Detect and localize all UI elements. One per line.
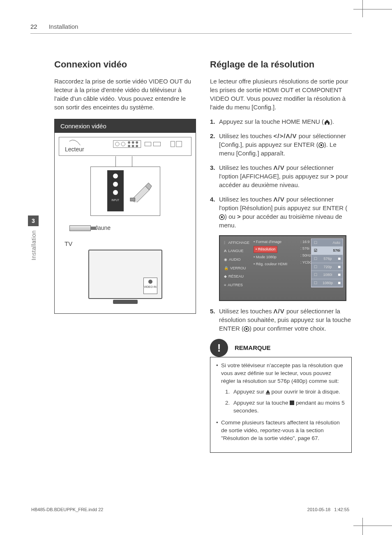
note-title: REMARQUE [231, 342, 275, 354]
tv-area: TV VIDEO IN [59, 239, 191, 309]
alert-icon: ! [210, 339, 228, 357]
figure-body: Lecteur INPUT Jaune [55, 133, 196, 314]
osd-menu-reseau: ◆RÉSEAU [222, 272, 251, 281]
note-b1-text: Si votre téléviseur n'accepte pas la rés… [221, 362, 343, 384]
side-chapter-tab: 3 Installation [28, 215, 41, 260]
osd-menu-audio: ◉AUDIO [222, 255, 251, 264]
player-label: Lecteur [65, 146, 84, 154]
page: 22 Installation 3 Installation Connexion… [0, 22, 362, 519]
paragraph-reglage-intro: Le lecteur offre plusieurs résolutions d… [210, 77, 352, 111]
step-2-text-a: Utilisez les touches [219, 132, 274, 139]
osd-opt-576p: ☐576p▅ [311, 255, 343, 263]
step-5-text-a: Utilisez les touches [219, 308, 274, 315]
enter-icon [219, 214, 225, 220]
step-5-text-c: ) pour confirmer votre choix. [249, 325, 326, 332]
osd-opt-auto: ☐Auto [311, 239, 343, 247]
step-2: Utilisez les touches </>/Λ/V pour sélect… [210, 132, 352, 157]
arrow-keys-icon: </>/Λ/V [274, 132, 297, 139]
svg-rect-14 [130, 198, 135, 201]
arrow-keys-icon: Λ/V [274, 164, 285, 171]
osd-screenshot: AFFICHAGE ALANGUE ◉AUDIO 🔒VERROU ◆RÉSEAU… [219, 235, 346, 301]
osd-item-resolution-selected: • Résolution [254, 246, 277, 253]
note-bullet-1: Si votre téléviseur n'accepte pas la rés… [216, 362, 346, 415]
osd-menu-verrou: 🔒VERROU [222, 264, 251, 273]
step-4-text-c: ) ou [225, 213, 237, 220]
player-illustration: Lecteur [59, 137, 191, 156]
chapter-number-badge: 3 [28, 215, 39, 226]
tv-label: TV [65, 239, 191, 248]
right-column: Réglage de la résolution Le lecteur offr… [210, 58, 352, 453]
step-3-text-a: Utilisez les touches [219, 164, 274, 171]
osd-settings-mid: • Format d'image • Résolution • Mode 108… [254, 239, 299, 267]
osd-item-mode1080: Mode 1080p [256, 255, 277, 259]
arrow-keys-icon: Λ/V [274, 196, 285, 203]
port-block: INPUT [107, 170, 124, 211]
osd-menu-langue: ALANGUE [222, 247, 251, 255]
step-5: Utilisez les touches Λ/V pour sélectionn… [210, 307, 352, 333]
heading-reglage-resolution: Réglage de la résolution [210, 58, 352, 71]
osd-opt-1080i: ☐1080i▅ [311, 271, 343, 279]
osd-menu-autres: ≡AUTRES [222, 281, 251, 290]
step-1: Appuyez sur la touche HOME MENU (). [210, 117, 352, 126]
video-in-port: VIDEO IN [143, 278, 157, 294]
note-inner-2: Appuyez sur la touche pendant au moins 5… [225, 399, 346, 415]
footer-file: HB485-DB.BDEUPPK_FRE.indd 22 [31, 507, 103, 513]
svg-point-16 [320, 144, 322, 146]
cable-color-label: Jaune [95, 224, 111, 232]
ports-callout: INPUT [90, 167, 160, 216]
header-section: Installation [49, 22, 78, 31]
step-4: Utilisez les touches Λ/V pour sélectionn… [210, 195, 352, 229]
svg-point-8 [132, 145, 134, 147]
osd-item-hdmicolor: Rég. couleur HDMI [256, 262, 288, 266]
note-bullet-2: Comme plusieurs facteurs affectent la ré… [216, 419, 346, 442]
svg-point-4 [128, 141, 130, 144]
osd-opt-576i: ☑576i [311, 247, 343, 255]
step-4-text-a: Utilisez les touches [219, 196, 274, 203]
figure-title: Connexion vidéo [55, 119, 196, 133]
eject-icon [266, 390, 270, 393]
chevron-right-icon: > [330, 173, 334, 180]
step-1-text-a: Appuyez sur la touche HOME MENU ( [219, 118, 324, 125]
chapter-side-label: Installation [30, 230, 38, 260]
note-badge: ! REMARQUE [210, 339, 275, 357]
enter-icon [244, 326, 249, 332]
osd-item-format: Format d'image [256, 240, 281, 244]
rca-cable-icon [69, 225, 91, 231]
osd-opt-720p: ☐720p▅ [311, 263, 343, 271]
step-3: Utilisez les touches Λ/V pour sélectionn… [210, 163, 352, 189]
svg-point-9 [136, 145, 138, 147]
note-inner-1: Appuyez sur pour ouvrir le tiroir à disq… [225, 388, 346, 396]
port-input-label: INPUT [107, 198, 124, 202]
chevron-right-icon: > [237, 213, 241, 220]
steps-list: Appuyez sur la touche HOME MENU (). Util… [210, 117, 352, 229]
rca-plug-icon [129, 178, 153, 202]
svg-point-7 [128, 145, 130, 147]
footer: HB485-DB.BDEUPPK_FRE.indd 22 2010-05-18 … [31, 507, 349, 513]
steps-list-cont: Utilisez les touches Λ/V pour sélectionn… [210, 307, 352, 333]
svg-point-20 [246, 328, 248, 330]
paragraph-connexion-video: Raccordez la prise de sortie vidéo VIDEO… [54, 77, 196, 111]
page-number: 22 [30, 22, 37, 31]
footer-datetime: 2010-05-18 1:42:55 [307, 507, 349, 513]
svg-point-6 [136, 141, 138, 144]
cable-legend: Jaune [69, 224, 191, 232]
heading-connexion-video: Connexion vidéo [54, 58, 196, 71]
enter-icon [318, 142, 324, 148]
osd-resolution-dropdown: ☐Auto ☑576i ☐576p▅ ☐720p▅ ☐1080i▅ ☐1080p… [311, 239, 343, 288]
svg-point-5 [132, 141, 134, 144]
osd-menu-affichage: AFFICHAGE [222, 239, 251, 247]
osd-opt-1080p: ☐1080p▅ [311, 279, 343, 287]
figure-connexion-video: Connexion vidéo [54, 119, 196, 314]
note-box: ! REMARQUE Si votre téléviseur n'accepte… [210, 344, 352, 453]
left-column: Connexion vidéo Raccordez la prise de so… [54, 58, 196, 453]
step-1-text-b: ). [330, 118, 334, 125]
stop-icon [290, 401, 294, 405]
tv-icon: VIDEO IN [88, 250, 162, 299]
osd-menu-left: AFFICHAGE ALANGUE ◉AUDIO 🔒VERROU ◆RÉSEAU… [222, 239, 251, 290]
arrow-keys-icon: Λ/V [274, 308, 285, 315]
svg-point-18 [221, 216, 223, 218]
running-header: 22 Installation [30, 22, 352, 34]
home-icon [324, 119, 330, 125]
